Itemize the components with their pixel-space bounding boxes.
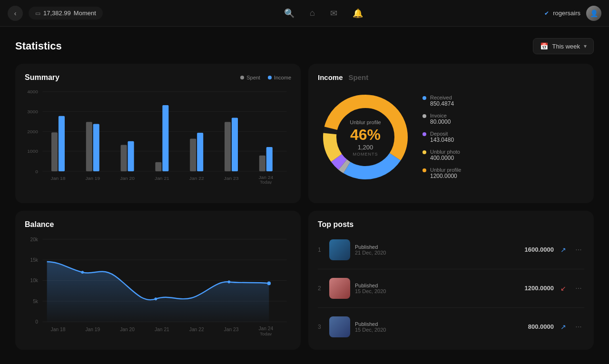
bell-icon[interactable]: 🔔	[353, 8, 363, 19]
top-navigation: ‹ ▭ 17,382.99 Moment 🔍 ⌂ ✉ 🔔 ✔ rogersair…	[0, 0, 609, 27]
back-button[interactable]: ‹	[8, 6, 23, 21]
wallet-value: 17,382.99	[43, 10, 71, 17]
svg-text:4000: 4000	[27, 89, 38, 95]
post-item: 1 Published 21 Dec, 2020 1600.0000 ↗ ···	[318, 236, 584, 263]
svg-text:Jan 19: Jan 19	[85, 326, 100, 332]
svg-rect-12	[86, 122, 92, 171]
unblur-profile-value: 1200.0000	[430, 173, 461, 179]
svg-rect-17	[162, 105, 168, 171]
svg-rect-15	[128, 141, 134, 171]
svg-text:Jan 20: Jan 20	[120, 176, 135, 181]
svg-rect-22	[259, 156, 265, 171]
income-tab[interactable]: Income	[318, 73, 343, 81]
invoice-value: 80.0000	[430, 118, 451, 125]
deposit-value: 143.0480	[430, 137, 454, 143]
posts-list: 1 Published 21 Dec, 2020 1600.0000 ↗ ···…	[318, 236, 584, 338]
svg-text:10k: 10k	[30, 278, 38, 283]
avatar[interactable]: 👤	[586, 6, 601, 21]
legend-unblur-profile: Unblur profile 1200.0000	[422, 167, 584, 179]
unblur-photo-name: Unblur photo	[430, 149, 460, 155]
donut-percent: 46%	[350, 126, 381, 143]
home-icon[interactable]: ⌂	[310, 8, 315, 18]
svg-rect-19	[197, 133, 203, 171]
svg-text:Jan 18: Jan 18	[51, 176, 66, 181]
svg-text:15k: 15k	[30, 257, 38, 262]
post-rank: 2	[318, 285, 324, 292]
svg-text:Jan 18: Jan 18	[51, 326, 66, 332]
search-icon[interactable]: 🔍	[284, 8, 295, 19]
summary-header: Summary Spent Income	[25, 73, 291, 82]
tab-label: Moment	[74, 10, 96, 17]
invoice-name: Invoice	[430, 113, 451, 118]
post-rank: 3	[318, 324, 324, 330]
received-name: Received	[430, 95, 454, 100]
trend-up-icon: ↗	[559, 323, 568, 331]
svg-text:1000: 1000	[27, 149, 38, 154]
income-label: Income	[274, 75, 291, 80]
income-dot	[268, 76, 272, 79]
post-value: 800.0000	[516, 323, 554, 330]
summary-title: Summary	[25, 73, 59, 82]
svg-rect-23	[266, 147, 273, 171]
svg-rect-13	[93, 124, 99, 171]
post-item: 2 Published 15 Dec, 2020 1200.0000 ↙ ···	[318, 275, 584, 302]
unblur-photo-dot	[422, 150, 426, 154]
chevron-down-icon: ▾	[584, 43, 587, 49]
svg-text:2000: 2000	[27, 129, 38, 134]
svg-text:Jan 20: Jan 20	[120, 326, 135, 332]
verified-icon: ✔	[544, 10, 549, 17]
mail-icon[interactable]: ✉	[330, 8, 337, 19]
donut-chart: Unblur profile 46% 1,200 MOMENTS	[318, 89, 413, 185]
svg-text:20k: 20k	[30, 236, 38, 242]
donut-blur-text: Unblur profile	[350, 119, 381, 125]
donut-unit: MOMENTS	[342, 152, 389, 157]
svg-text:Jan 19: Jan 19	[85, 176, 100, 181]
svg-text:Jan 24: Jan 24	[258, 325, 273, 331]
balance-chart: 20k 15k 10k 5k 0	[25, 235, 291, 336]
main-content: Statistics 📅 This week ▾ Summary Spent I…	[0, 27, 609, 364]
svg-rect-10	[51, 132, 58, 171]
svg-rect-11	[59, 116, 65, 171]
page-title: Statistics	[15, 40, 62, 52]
page-header: Statistics 📅 This week ▾	[15, 38, 594, 54]
svg-point-48	[81, 271, 84, 274]
income-header: Income Spent	[318, 73, 584, 81]
post-info: Published 21 Dec, 2020	[355, 244, 511, 256]
topposts-card: Top posts 1 Published 21 Dec, 2020 1600.…	[308, 211, 594, 350]
received-value: 850.4874	[430, 100, 454, 107]
svg-text:Today: Today	[260, 331, 272, 335]
svg-rect-16	[155, 162, 161, 171]
nav-right: ✔ rogersairs 👤	[544, 6, 601, 21]
week-selector[interactable]: 📅 This week ▾	[533, 38, 594, 54]
deposit-dot	[422, 132, 426, 136]
wallet-tab[interactable]: ▭ 17,382.99 Moment	[29, 7, 103, 20]
post-thumbnail	[329, 239, 350, 260]
svg-text:Jan 21: Jan 21	[155, 326, 169, 332]
svg-text:Jan 21: Jan 21	[155, 176, 169, 181]
unblur-profile-name: Unblur profile	[430, 167, 461, 173]
spent-tab[interactable]: Spent	[349, 73, 369, 81]
trend-up-icon: ↗	[559, 246, 568, 254]
svg-text:0: 0	[35, 169, 38, 174]
legend-received: Received 850.4874	[422, 95, 584, 107]
svg-rect-20	[225, 122, 231, 171]
balance-card: Balance 20k 15k 10k 5k 0	[15, 211, 301, 350]
summary-legend: Spent Income	[240, 75, 291, 80]
bar-chart: 4000 3000 2000 1000 0	[25, 88, 291, 184]
summary-svg: 4000 3000 2000 1000 0	[25, 88, 291, 184]
received-dot	[422, 96, 426, 100]
post-more-button[interactable]: ···	[573, 323, 584, 331]
balance-svg: 20k 15k 10k 5k 0	[25, 235, 291, 336]
svg-text:Jan 24: Jan 24	[258, 175, 273, 180]
week-label: This week	[552, 43, 580, 50]
divider	[318, 307, 584, 308]
svg-text:Jan 22: Jan 22	[189, 326, 204, 332]
income-body: Unblur profile 46% 1,200 MOMENTS Receive…	[318, 89, 584, 186]
post-rank: 1	[318, 246, 324, 253]
post-more-button[interactable]: ···	[573, 284, 584, 293]
legend-spent: Spent	[240, 75, 260, 80]
post-more-button[interactable]: ···	[573, 246, 584, 254]
post-thumbnail	[329, 316, 350, 337]
post-date: 15 Dec, 2020	[355, 327, 511, 333]
post-value: 1200.0000	[516, 285, 554, 292]
